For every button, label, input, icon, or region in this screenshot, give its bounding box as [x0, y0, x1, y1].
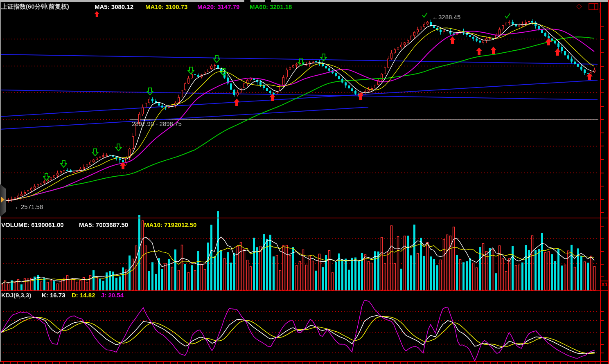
- check-mark-icon: [504, 13, 511, 21]
- kdj-indicator-name: KDJ(9,3,3): [1, 292, 31, 299]
- scale-multiplier-label: X1: [601, 281, 608, 288]
- low-price-label: ←2571.58: [15, 203, 43, 210]
- ma20-readout: MA20: 3147.79: [197, 3, 239, 10]
- buy-signal-icon: [269, 94, 276, 101]
- sell-signal-icon: [220, 68, 227, 76]
- sell-signal-icon: [60, 160, 67, 168]
- volume-ma5-readout: MA5: 7003687.50: [79, 221, 128, 228]
- split-tail: [600, 8, 600, 13]
- ma5-readout: MA5: 3080.12: [95, 3, 133, 10]
- sell-signal-icon: [320, 54, 327, 61]
- ma60-readout: MA60: 3201.18: [250, 3, 292, 10]
- split-divider: [594, 4, 595, 9]
- sidebar-collapse-tab[interactable]: [0, 184, 6, 217]
- diamond-icon[interactable]: ◇: [576, 2, 582, 11]
- chart-canvas[interactable]: [0, 0, 609, 364]
- kdj-d-readout: D: 14.82: [72, 292, 95, 299]
- sell-signal-icon: [213, 55, 220, 63]
- check-mark-icon: [422, 12, 429, 20]
- buy-signal-icon: [490, 47, 497, 54]
- sell-signal-icon: [187, 67, 194, 74]
- buy-signal-icon: [233, 99, 240, 106]
- buy-signal-icon: [120, 162, 126, 170]
- volume-readout: VOLUME: 6190061.00: [1, 221, 64, 228]
- sell-signal-icon: [298, 58, 304, 66]
- expand-triangle-icon: [1, 197, 5, 202]
- buy-signal-icon: [586, 73, 593, 81]
- ref-range-label: 2897.90 - 2898.75: [132, 120, 182, 127]
- peak-price-label: ←3288.45: [432, 13, 460, 20]
- symbol-title: 上证指数(60分钟.前复权): [1, 3, 69, 11]
- trading-terminal-window: 上证指数(60分钟.前复权) MA5: 3080.12 MA10: 3100.7…: [0, 0, 609, 364]
- buy-signal-icon: [357, 92, 364, 100]
- buy-signal-icon: [554, 48, 561, 56]
- sell-signal-icon: [43, 173, 50, 181]
- buy-signal-icon: [449, 36, 456, 44]
- buy-signal-icon: [476, 47, 483, 55]
- sell-signal-icon: [115, 144, 122, 151]
- volume-ma10-readout: MA10: 7192012.50: [144, 221, 196, 228]
- ma10-readout: MA10: 3100.73: [145, 3, 187, 10]
- sell-signal-icon: [147, 88, 153, 95]
- kdj-k-readout: K: 16.73: [42, 292, 65, 299]
- split-window-icon[interactable]: [589, 3, 598, 10]
- buy-signal-icon: [545, 38, 552, 46]
- kdj-j-readout: J: 20.54: [101, 292, 124, 299]
- sell-signal-icon: [92, 148, 99, 156]
